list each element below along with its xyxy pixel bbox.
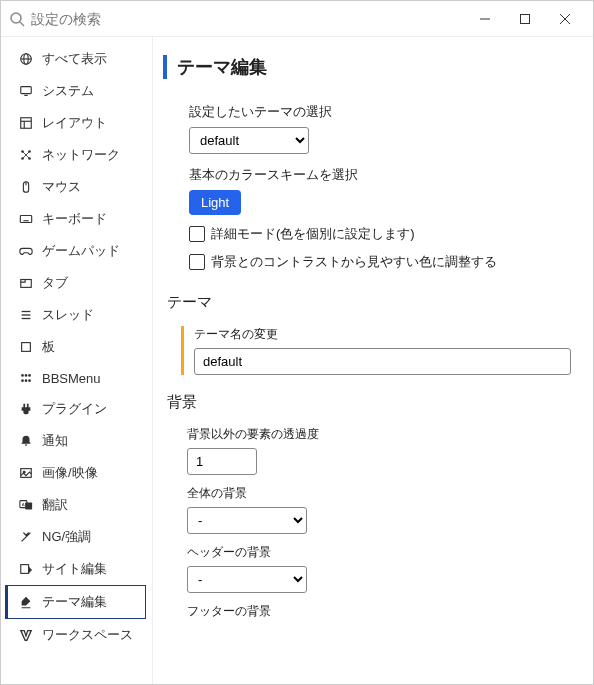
svg-rect-43 bbox=[21, 565, 29, 574]
sidebar-item-1[interactable]: システム bbox=[1, 75, 152, 107]
gamepad-icon bbox=[18, 243, 34, 259]
svg-rect-3 bbox=[521, 14, 530, 23]
tab-icon bbox=[18, 275, 34, 291]
svg-rect-31 bbox=[22, 343, 31, 352]
sidebar-item-5[interactable]: キーボード bbox=[1, 203, 152, 235]
theme-name-subsection: テーマ名の変更 bbox=[181, 326, 571, 375]
theme-name-input[interactable] bbox=[194, 348, 571, 375]
sidebar-item-label: すべて表示 bbox=[42, 50, 107, 68]
sidebar-item-4[interactable]: マウス bbox=[1, 171, 152, 203]
sidebar-item-11[interactable]: プラグイン bbox=[1, 393, 152, 425]
network-icon bbox=[18, 147, 34, 163]
sidebar-item-label: ネットワーク bbox=[42, 146, 120, 164]
sidebar-item-label: タブ bbox=[42, 274, 68, 292]
titlebar bbox=[1, 1, 593, 37]
image-icon bbox=[18, 465, 34, 481]
color-scheme-label: 基本のカラースキームを選択 bbox=[189, 166, 571, 184]
opacity-input[interactable] bbox=[187, 448, 257, 475]
ng-icon bbox=[18, 529, 34, 545]
minimize-button[interactable] bbox=[465, 3, 505, 35]
header-bg-label: ヘッダーの背景 bbox=[187, 544, 571, 561]
window-controls bbox=[465, 3, 585, 35]
sidebar-item-label: プラグイン bbox=[42, 400, 107, 418]
layout-icon bbox=[18, 115, 34, 131]
sidebar-item-16[interactable]: サイト編集 bbox=[1, 553, 152, 585]
sidebar-item-label: スレッド bbox=[42, 306, 94, 324]
svg-line-1 bbox=[20, 22, 24, 26]
sidebar-item-7[interactable]: タブ bbox=[1, 267, 152, 299]
footer-bg-label: フッターの背景 bbox=[187, 603, 571, 620]
bbsmenu-icon bbox=[18, 370, 34, 386]
sidebar-item-0[interactable]: すべて表示 bbox=[1, 43, 152, 75]
detailed-mode-label: 詳細モード(色を個別に設定します) bbox=[211, 225, 415, 243]
bell-icon bbox=[18, 433, 34, 449]
workspace-icon bbox=[18, 627, 34, 643]
sidebar-item-18[interactable]: ワークスペース bbox=[1, 619, 152, 651]
sidebar-item-13[interactable]: 画像/映像 bbox=[1, 457, 152, 489]
theme-select[interactable]: default bbox=[189, 127, 309, 154]
translate-icon: A bbox=[18, 497, 34, 513]
opacity-label: 背景以外の要素の透過度 bbox=[187, 426, 571, 443]
page-title-wrap: テーマ編集 bbox=[163, 55, 571, 79]
theme-select-section: 設定したいテーマの選択 default 基本のカラースキームを選択 Light … bbox=[189, 103, 571, 271]
maximize-button[interactable] bbox=[505, 3, 545, 35]
sidebar-item-label: BBSMenu bbox=[42, 371, 101, 386]
settings-window: すべて表示システムレイアウトネットワークマウスキーボードゲームパッドタブスレッド… bbox=[0, 0, 594, 685]
svg-point-33 bbox=[25, 374, 28, 377]
svg-rect-27 bbox=[21, 280, 32, 288]
contrast-row[interactable]: 背景とのコントラストから見やすい色に調整する bbox=[189, 253, 571, 271]
search-icon bbox=[9, 11, 25, 27]
sidebar-item-9[interactable]: 板 bbox=[1, 331, 152, 363]
sidebar-item-label: 通知 bbox=[42, 432, 68, 450]
color-scheme-button[interactable]: Light bbox=[189, 190, 241, 215]
sidebar-item-label: マウス bbox=[42, 178, 81, 196]
detailed-mode-row[interactable]: 詳細モード(色を個別に設定します) bbox=[189, 225, 571, 243]
search-input[interactable] bbox=[31, 11, 465, 27]
sidebar-item-17[interactable]: テーマ編集 bbox=[5, 585, 146, 619]
overall-bg-label: 全体の背景 bbox=[187, 485, 571, 502]
plugin-icon bbox=[18, 401, 34, 417]
globe-icon bbox=[18, 51, 34, 67]
sidebar-item-15[interactable]: NG/強調 bbox=[1, 521, 152, 553]
main-content: テーマ編集 設定したいテーマの選択 default 基本のカラースキームを選択 … bbox=[153, 37, 593, 684]
svg-point-34 bbox=[28, 374, 31, 377]
sidebar-item-label: キーボード bbox=[42, 210, 107, 228]
bg-section-title: 背景 bbox=[167, 393, 571, 412]
bg-subsection: 背景以外の要素の透過度 全体の背景 - ヘッダーの背景 - フッターの背景 bbox=[181, 426, 571, 620]
mouse-icon bbox=[18, 179, 34, 195]
sidebar-item-8[interactable]: スレッド bbox=[1, 299, 152, 331]
sidebar-item-12[interactable]: 通知 bbox=[1, 425, 152, 457]
svg-rect-41 bbox=[25, 502, 32, 509]
keyboard-icon bbox=[18, 211, 34, 227]
sidebar: すべて表示システムレイアウトネットワークマウスキーボードゲームパッドタブスレッド… bbox=[1, 37, 153, 684]
header-bg-select[interactable]: - bbox=[187, 566, 307, 593]
sidebar-item-label: 画像/映像 bbox=[42, 464, 98, 482]
sidebar-item-label: ワークスペース bbox=[42, 626, 133, 644]
svg-point-32 bbox=[21, 374, 24, 377]
board-icon bbox=[18, 339, 34, 355]
sidebar-item-3[interactable]: ネットワーク bbox=[1, 139, 152, 171]
svg-rect-22 bbox=[20, 216, 31, 223]
theme-name-label: テーマ名の変更 bbox=[194, 326, 571, 343]
sidebar-item-label: ゲームパッド bbox=[42, 242, 120, 260]
sidebar-item-2[interactable]: レイアウト bbox=[1, 107, 152, 139]
close-button[interactable] bbox=[545, 3, 585, 35]
sidebar-item-10[interactable]: BBSMenu bbox=[1, 363, 152, 393]
theme-edit-icon bbox=[18, 594, 34, 610]
body: すべて表示システムレイアウトネットワークマウスキーボードゲームパッドタブスレッド… bbox=[1, 37, 593, 684]
sidebar-item-14[interactable]: A翻訳 bbox=[1, 489, 152, 521]
page-title: テーマ編集 bbox=[177, 55, 571, 79]
detailed-mode-checkbox[interactable] bbox=[189, 226, 205, 242]
contrast-checkbox[interactable] bbox=[189, 254, 205, 270]
svg-rect-11 bbox=[21, 118, 32, 129]
sidebar-item-6[interactable]: ゲームパッド bbox=[1, 235, 152, 267]
overall-bg-select[interactable]: - bbox=[187, 507, 307, 534]
monitor-icon bbox=[18, 83, 34, 99]
sidebar-item-label: レイアウト bbox=[42, 114, 107, 132]
thread-icon bbox=[18, 307, 34, 323]
sidebar-item-label: サイト編集 bbox=[42, 560, 107, 578]
theme-section-title: テーマ bbox=[167, 293, 571, 312]
sidebar-item-label: システム bbox=[42, 82, 94, 100]
sidebar-item-label: 翻訳 bbox=[42, 496, 68, 514]
svg-text:A: A bbox=[22, 502, 25, 507]
